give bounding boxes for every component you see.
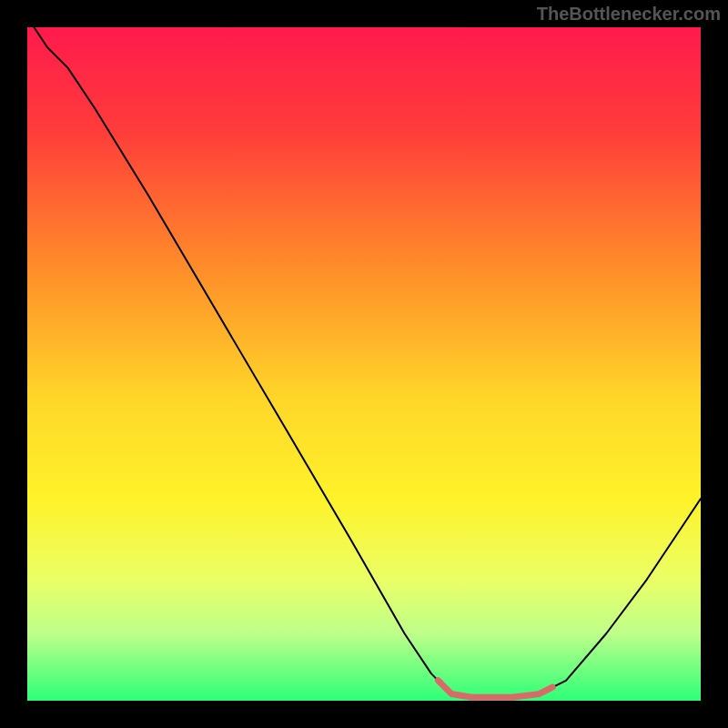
- plot-area: [27, 27, 701, 701]
- gradient-background: [27, 27, 701, 701]
- chart-svg: [27, 27, 701, 701]
- chart-container: TheBottlenecker.com: [0, 0, 728, 728]
- watermark-text: TheBottlenecker.com: [537, 4, 721, 25]
